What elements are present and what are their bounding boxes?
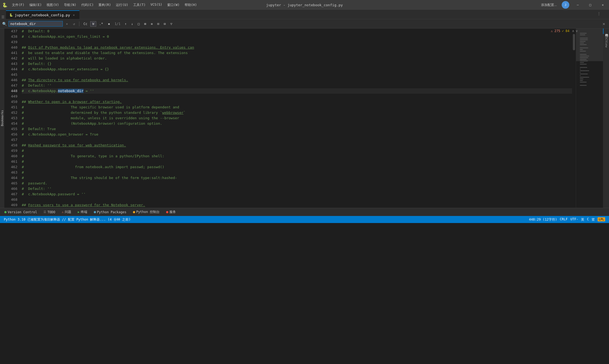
line-num-452: 452 — [4, 110, 17, 115]
code-line-449 — [22, 94, 572, 99]
python-packages-tab[interactable]: Python Packages — [91, 209, 129, 215]
search-separator — [79, 21, 79, 26]
editor-tab-0[interactable]: 🐍 jupyter_notebook_config.py ✕ — [6, 10, 79, 19]
services-tab[interactable]: 服务 — [163, 209, 179, 215]
search-multiline-button[interactable]: ≡ — [149, 21, 155, 27]
menu-window[interactable]: 窗口(W) — [165, 2, 182, 8]
minimap-slider[interactable] — [576, 29, 603, 61]
menu-file[interactable]: 文件(F) — [10, 2, 27, 8]
branch-info[interactable]: Python 3.10 已被配置为项目解释器 // 配置 Python 解释器.… — [3, 216, 132, 223]
todo-tab[interactable]: ☰ TODO — [41, 209, 58, 215]
match-case-button[interactable]: Cc — [82, 21, 89, 27]
minimap: ████████████████████ ████████████████ ██… — [576, 29, 603, 208]
right-icons-c[interactable]: C — [586, 217, 590, 221]
error-warning-counter: ⚠ 275 ✓ 84 ∧ ∨ — [551, 29, 578, 33]
scview-tab[interactable]: SCView — [603, 34, 609, 50]
scroll-down-button[interactable]: ∨ — [576, 29, 578, 33]
close-search-button[interactable]: ✕ — [601, 21, 607, 26]
code-area[interactable]: # Default: 0 # c.NotebookApp.min_open_fi… — [20, 29, 572, 208]
code-line-441: # be used to enable and disable the load… — [22, 50, 572, 56]
line-num-437: 437 — [4, 29, 17, 34]
line-num-453: 453 — [4, 115, 17, 121]
maximize-button[interactable]: □ — [584, 0, 596, 10]
sidebar-toggle[interactable]: ☰ — [0, 15, 6, 19]
code-line-459: # — [22, 148, 572, 153]
code-line-465: # password. — [22, 181, 572, 186]
python-packages-dot — [94, 211, 96, 213]
line-num-456: 456 — [4, 132, 17, 137]
python-console-tab[interactable]: Python 控制台 — [130, 209, 163, 215]
add-config-button[interactable]: 添加配置... — [538, 0, 560, 10]
scrollbar-thumb[interactable] — [573, 34, 575, 50]
vertical-scrollbar[interactable] — [572, 29, 576, 208]
code-line-437: # Default: 0 — [22, 29, 572, 34]
line-num-439: 439 — [4, 39, 17, 45]
menu-tools[interactable]: 工具(T) — [131, 2, 148, 8]
line-num-450: 450 — [4, 99, 17, 105]
menu-run[interactable]: 运行(U) — [114, 2, 130, 8]
whole-word-button[interactable]: W — [90, 21, 96, 27]
scroll-up-button[interactable]: ∧ — [572, 29, 574, 33]
search-nav-buttons: ↑ ↓ □ ⊞ ≡ ⊡ ⊟ ▽ — [123, 21, 174, 27]
terminal-label: 终端 — [81, 210, 87, 214]
version-control-tab[interactable]: Version Control — [2, 209, 40, 215]
search-options-button[interactable]: ⊟ — [162, 21, 168, 27]
minimize-button[interactable]: — — [571, 0, 584, 10]
line-num-440: 440 — [4, 45, 17, 50]
version-control-label: Version Control — [8, 210, 37, 214]
terminal-tab[interactable]: ▶ 终端 — [75, 209, 90, 215]
status-right: 448:29 (12字符) CRLF UTF- 英 C 竖 LPL — [528, 217, 606, 222]
crlf-text: CRLF — [560, 217, 568, 221]
search-input[interactable] — [8, 21, 63, 27]
line-num-446: 446 — [4, 77, 17, 83]
file-encoding[interactable]: UTF- — [569, 217, 579, 221]
close-button[interactable]: ✕ — [596, 0, 609, 10]
encoding-text: UTF- — [570, 217, 578, 221]
code-line-448: # c.NotebookApp.notebook_dir = '' — [22, 88, 572, 94]
search-select-button[interactable]: ⊞ — [142, 21, 148, 27]
lpl-badge[interactable]: LPL — [596, 217, 606, 221]
line-num-464: 464 — [4, 175, 17, 181]
search-prev-button[interactable]: ↑ — [123, 21, 129, 27]
menu-edit[interactable]: 编辑(E) — [27, 2, 44, 8]
tab-close-button[interactable]: ✕ — [72, 13, 76, 17]
menu-help[interactable]: 帮助(H) — [182, 2, 199, 8]
todo-label: TODO — [47, 210, 55, 214]
menu-bar: 文件(F) 编辑(E) 视图(V) 导航(N) 代码(C) 重构(R) 运行(U… — [10, 2, 199, 8]
menu-view[interactable]: 视图(V) — [44, 2, 61, 8]
tab-more-button[interactable]: ⋮ — [597, 11, 601, 16]
structure-tab[interactable]: 结构 — [603, 29, 609, 34]
cursor-position[interactable]: 448:29 (12字符) — [528, 217, 558, 222]
services-dot — [166, 211, 168, 213]
problems-label: 问题 — [65, 210, 71, 214]
search-filter-button[interactable]: ⊡ — [155, 21, 161, 27]
code-line-450: ## Whether to open in a browser after st… — [22, 99, 572, 105]
user-avatar[interactable]: J — [562, 1, 569, 9]
menu-navigate[interactable]: 导航(N) — [62, 2, 79, 8]
warning-icon: ✓ — [562, 29, 564, 33]
line-num-463: 463 — [4, 170, 17, 175]
bookmarks-label[interactable]: Bookmarks — [1, 110, 4, 126]
regex-button[interactable]: .* — [97, 21, 105, 27]
search-history-button[interactable]: ↺ — [71, 21, 77, 27]
search-next-button[interactable]: ↓ — [129, 21, 135, 27]
line-num-455: 455 — [4, 126, 17, 132]
menu-refactor[interactable]: 重构(R) — [96, 2, 113, 8]
line-num-449: 449 — [4, 94, 17, 99]
search-filter2-button[interactable]: ▽ — [168, 21, 174, 27]
language-indicator[interactable]: 英 — [580, 217, 585, 222]
clear-search-button[interactable]: ✕ — [64, 21, 70, 27]
bookmarks-strip: Bookmarks — [0, 29, 4, 208]
line-num-443: 443 — [4, 61, 17, 67]
code-line-446: ## The directory to use for notebooks an… — [22, 77, 572, 83]
right-icons-vertical[interactable]: 竖 — [591, 217, 596, 222]
menu-code[interactable]: 代码(C) — [79, 2, 96, 8]
search-expand-button[interactable]: □ — [136, 21, 142, 27]
search-bar: 🔍 ✕ ↺ Cc W .* ✱ 1/1 ↑ ↓ □ ⊞ ≡ ⊡ ⊟ ▽ ✕ — [0, 19, 609, 29]
terminal-icon: ▶ — [78, 210, 80, 214]
menu-vcs[interactable]: VCS(S) — [148, 2, 164, 8]
activate-button[interactable]: ✱ — [106, 21, 112, 27]
problems-tab[interactable]: ⚠ 问题 — [59, 209, 74, 215]
line-ending[interactable]: CRLF — [559, 217, 569, 221]
warning-count: 84 — [566, 29, 569, 33]
